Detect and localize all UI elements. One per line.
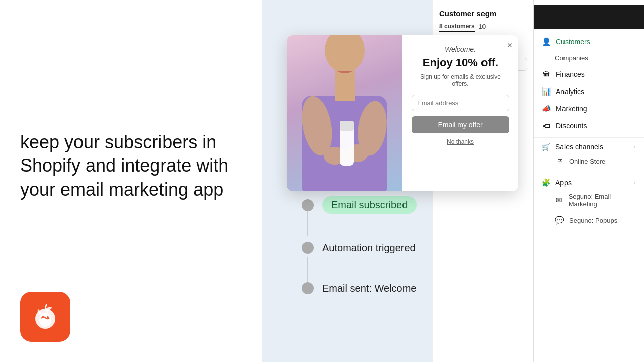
sidebar-item-seguno-email[interactable]: ✉ Seguno: Email Marketing (534, 189, 644, 212)
sidebar-item-analytics[interactable]: 📊 Analytics (534, 83, 644, 100)
sidebar-finances-label: Finances (556, 70, 585, 78)
seguno-popups-icon: 💬 (555, 216, 564, 225)
online-store-icon: 🖥 (555, 157, 564, 166)
sidebar-divider-1 (534, 137, 644, 138)
flow-step-1: Email subscribed (302, 196, 417, 214)
customer-segment-title-text: Customer segm (439, 9, 496, 18)
sidebar-item-customers[interactable]: 👤 Customers (534, 33, 644, 50)
cs-tab-count[interactable]: 8 customers (439, 22, 475, 32)
flow-label-3: Email sent: Welcome (322, 283, 416, 294)
sidebar-companies-label: Companies (555, 54, 588, 62)
seguno-email-icon: ✉ (555, 196, 564, 205)
svg-point-4 (325, 35, 365, 73)
modal-content-area: × Welcome. Enjoy 10% off. Sign up for em… (403, 35, 518, 191)
left-text-area: keep your subscribers in Shopify and int… (20, 131, 242, 201)
modal-close-button[interactable]: × (507, 40, 512, 51)
modal-headline-text: Enjoy 10% off. (423, 56, 498, 69)
sidebar-divider-2 (534, 173, 644, 173)
sidebar-apps-label: Apps (555, 178, 572, 187)
flow-label-2: Automation triggered (322, 242, 416, 254)
modal-subtext: Sign up for emails & exclusive offers. (412, 73, 509, 87)
modal-email-input[interactable] (412, 95, 509, 111)
left-panel: keep your subscribers in Shopify and int… (0, 0, 262, 362)
flow-step-2: Automation triggered (302, 242, 417, 254)
modal-email-offer-button[interactable]: Email my offer (412, 116, 509, 133)
sales-channels-chevron: › (634, 143, 636, 150)
svg-point-3 (47, 316, 49, 318)
shopify-sidebar: 👤 Customers Companies 🏛 Finances 📊 Analy… (533, 0, 644, 362)
flow-step-3: Email sent: Welcome (302, 282, 417, 294)
main-headline: keep your subscribers in Shopify and int… (20, 131, 242, 201)
sidebar-sales-channels-label: Sales channels (555, 143, 603, 151)
sidebar-online-store-label: Online Store (569, 158, 605, 165)
customer-segment-title: Customer segm (433, 5, 533, 22)
sidebar-dark-bar (534, 5, 644, 29)
discounts-icon: 🏷 (542, 121, 551, 130)
modal-no-thanks-link[interactable]: No thanks (447, 138, 474, 145)
sidebar-analytics-label: Analytics (556, 87, 584, 96)
sales-channels-icon: 🛒 (542, 143, 550, 151)
app-logo (20, 292, 70, 342)
flow-dot-2 (302, 242, 314, 254)
flow-label-1: Email subscribed (322, 196, 417, 214)
sidebar-item-apps[interactable]: 🧩 Apps › (534, 176, 644, 189)
sidebar-marketing-label: Marketing (556, 105, 587, 113)
flow-dot-1 (302, 199, 314, 211)
apps-chevron: › (634, 179, 636, 186)
sidebar-customers-label: Customers (556, 38, 590, 46)
sidebar-item-marketing[interactable]: 📣 Marketing (534, 100, 644, 117)
sidebar-seguno-email-label: Seguno: Email Marketing (569, 193, 636, 208)
finances-icon: 🏛 (542, 70, 551, 79)
sidebar-item-online-store[interactable]: 🖥 Online Store (534, 153, 644, 170)
modal-image (287, 35, 403, 191)
sidebar-item-seguno-popups[interactable]: 💬 Seguno: Popups (534, 212, 644, 229)
sidebar-seguno-popups-label: Seguno: Popups (569, 217, 617, 224)
analytics-icon: 📊 (542, 87, 551, 96)
sales-channels-left: 🛒 Sales channels (542, 143, 603, 151)
right-panel: × Welcome. Enjoy 10% off. Sign up for em… (262, 0, 644, 362)
sidebar-discounts-label: Discounts (556, 122, 587, 130)
cs-tab-extra[interactable]: 10 (479, 22, 486, 31)
sidebar-item-discounts[interactable]: 🏷 Discounts (534, 117, 644, 134)
sidebar-item-sales-channels[interactable]: 🛒 Sales channels › (534, 141, 644, 153)
sidebar-item-finances[interactable]: 🏛 Finances (534, 66, 644, 83)
sidebar-item-companies[interactable]: Companies (534, 50, 644, 66)
modal-welcome-text: Welcome. (445, 45, 476, 53)
modal-figure-svg (287, 35, 403, 191)
marketing-icon: 📣 (542, 104, 551, 113)
customer-segment-tabs: 8 customers 10 (433, 22, 533, 36)
email-offer-modal: × Welcome. Enjoy 10% off. Sign up for em… (287, 35, 518, 191)
apps-left: 🧩 Apps (542, 178, 572, 187)
logo-icon (29, 301, 61, 333)
svg-rect-12 (340, 121, 354, 131)
automation-flow: Email subscribed Automation triggered Em… (302, 196, 417, 322)
apps-icon: 🧩 (542, 178, 550, 187)
svg-point-1 (39, 313, 51, 327)
customers-icon: 👤 (542, 37, 551, 46)
svg-point-2 (42, 316, 44, 318)
flow-dot-3 (302, 282, 314, 294)
